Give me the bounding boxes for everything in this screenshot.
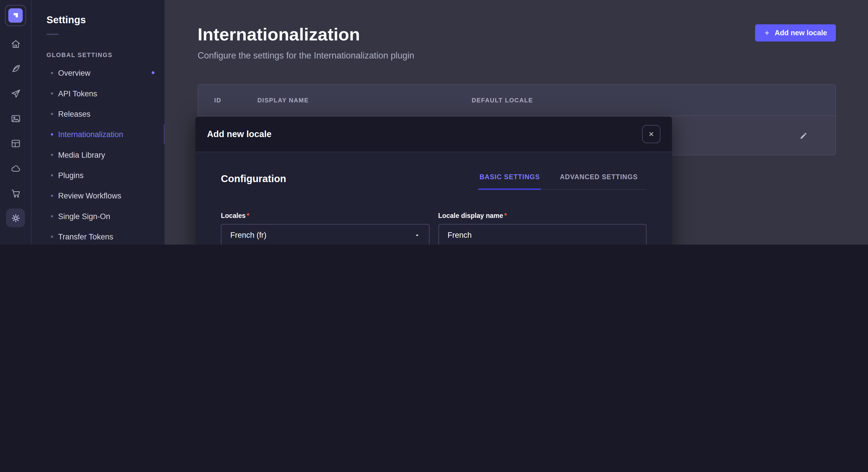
bullet-icon xyxy=(51,72,53,74)
locales-field: Locales* French (fr) xyxy=(221,212,429,245)
notification-dot xyxy=(152,71,154,74)
configuration-row: Configuration BASIC SETTINGS ADVANCED SE… xyxy=(221,172,647,190)
sidebar-item-overview[interactable]: Overview xyxy=(46,63,164,83)
display-name-field: Locale display name* Locale will be disp… xyxy=(438,212,646,245)
nav-list-global-settings: Overview API Tokens Releases Internation… xyxy=(46,63,164,245)
chevron-down-icon xyxy=(414,232,420,238)
settings-sidebar: Settings GLOBAL SETTINGS Overview API To… xyxy=(32,0,165,245)
paper-plane-icon xyxy=(10,88,21,99)
sidebar-item-transfer-tokens[interactable]: Transfer Tokens xyxy=(46,226,164,245)
layout-icon xyxy=(10,138,21,148)
settings-tabs: BASIC SETTINGS ADVANCED SETTINGS xyxy=(478,172,647,190)
settings-button[interactable] xyxy=(6,208,25,227)
close-icon xyxy=(648,131,655,138)
tab-advanced-settings[interactable]: ADVANCED SETTINGS xyxy=(559,172,639,190)
modal-title: Add new locale xyxy=(207,129,272,139)
locales-label: Locales* xyxy=(221,212,429,220)
shopping-cart-icon xyxy=(10,188,21,198)
required-marker: * xyxy=(504,212,507,220)
display-name-label: Locale display name* xyxy=(438,212,646,220)
sidebar-item-plugins[interactable]: Plugins xyxy=(46,165,164,185)
sidebar-item-media-library[interactable]: Media Library xyxy=(46,144,164,165)
sidebar-item-review-workflows[interactable]: Review Workflows xyxy=(46,185,164,206)
feather-icon xyxy=(10,63,21,74)
bullet-icon xyxy=(51,133,53,135)
sidebar-title: Settings xyxy=(46,14,164,26)
icon-rail: KD xyxy=(0,0,32,245)
display-name-input[interactable] xyxy=(447,225,637,245)
sidebar-item-internationalization[interactable]: Internationalization xyxy=(46,124,164,144)
rail-nav xyxy=(6,34,25,227)
bullet-icon xyxy=(51,194,53,197)
bullet-icon xyxy=(51,235,53,238)
display-name-input-wrapper xyxy=(438,224,646,245)
modal-header: Add new locale xyxy=(195,117,672,152)
home-button[interactable] xyxy=(6,34,25,53)
bullet-icon xyxy=(51,215,53,217)
bullet-icon xyxy=(51,112,53,115)
gear-icon xyxy=(10,213,21,224)
workspace-logo-button[interactable] xyxy=(5,5,26,26)
marketplace-button[interactable] xyxy=(6,183,25,202)
bullet-icon xyxy=(51,154,53,156)
strapi-logo-icon xyxy=(8,8,23,23)
bullet-icon xyxy=(51,92,53,94)
sidebar-item-releases[interactable]: Releases xyxy=(46,103,164,124)
add-locale-modal: Add new locale Configuration BASIC SETTI… xyxy=(195,117,672,245)
sidebar-item-api-tokens[interactable]: API Tokens xyxy=(46,83,164,103)
close-modal-button[interactable] xyxy=(642,125,660,143)
images-icon xyxy=(10,113,21,124)
media-library-button[interactable] xyxy=(6,109,25,128)
sidebar-item-single-sign-on[interactable]: Single Sign-On xyxy=(46,206,164,226)
locales-select-value: French (fr) xyxy=(230,231,267,239)
locale-form: Locales* French (fr) Locale display name… xyxy=(221,212,647,245)
content-type-builder-button[interactable] xyxy=(6,134,25,153)
section-label-global-settings: GLOBAL SETTINGS xyxy=(46,51,164,58)
app-screen: KD Settings GLOBAL SETTINGS Overview API… xyxy=(0,0,868,245)
bullet-icon xyxy=(51,174,53,176)
locales-select[interactable]: French (fr) xyxy=(221,224,429,245)
cloud-button[interactable] xyxy=(6,159,25,178)
cloud-icon xyxy=(10,163,21,173)
sidebar-title-divider xyxy=(46,34,59,35)
configuration-title: Configuration xyxy=(221,172,286,185)
active-item-indicator xyxy=(164,125,165,144)
releases-button[interactable] xyxy=(6,84,25,103)
home-icon xyxy=(10,38,21,49)
required-marker: * xyxy=(247,212,249,220)
tab-basic-settings[interactable]: BASIC SETTINGS xyxy=(478,172,541,190)
modal-body: Configuration BASIC SETTINGS ADVANCED SE… xyxy=(195,152,672,245)
content-manager-button[interactable] xyxy=(6,59,25,78)
